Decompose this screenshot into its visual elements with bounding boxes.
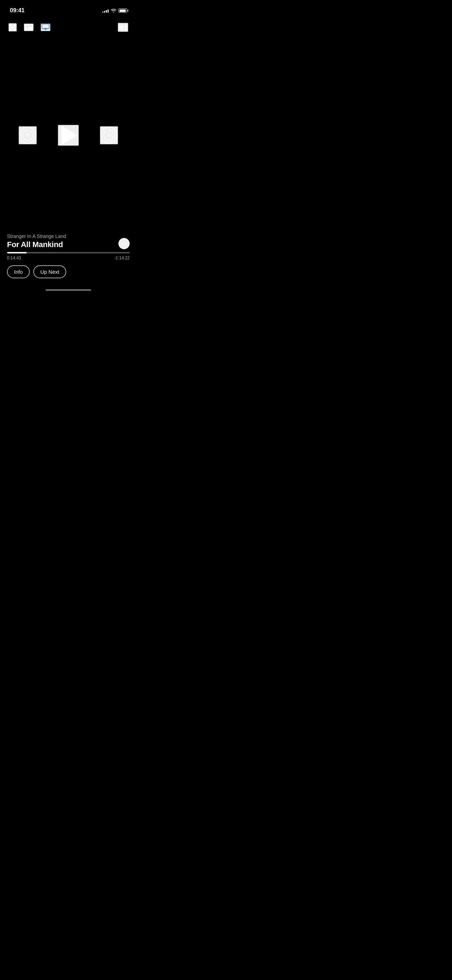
signal-bar-4 <box>108 10 108 13</box>
svg-text:10: 10 <box>107 133 111 137</box>
time-labels: 0:14:43 -1:14:22 <box>7 256 130 261</box>
svg-marker-9 <box>119 24 123 30</box>
pip-icon <box>24 24 33 31</box>
rewind-button[interactable]: 10 <box>19 126 37 145</box>
episode-subtitle: Stranger In A Strange Land <box>7 234 114 239</box>
playback-controls: 10 10 <box>19 125 118 146</box>
rewind-circle-icon: 10 <box>19 127 36 144</box>
progress-fill <box>7 252 27 253</box>
wifi-icon <box>111 8 116 13</box>
svg-rect-3 <box>29 27 32 29</box>
home-bar <box>46 289 91 291</box>
pip-button[interactable] <box>24 24 33 31</box>
video-player-screen: 09:41 <box>0 0 137 296</box>
episode-title: For All Mankind <box>7 240 114 249</box>
status-icons <box>102 8 128 13</box>
airplay-icon <box>41 23 50 32</box>
signal-bar-1 <box>102 11 103 13</box>
status-time: 09:41 <box>10 7 24 14</box>
rewind-arrow-icon: 10 <box>20 127 35 144</box>
remaining-time: -1:14:22 <box>114 256 130 261</box>
bottom-info: Stranger In A Strange Land For All Manki… <box>0 234 137 284</box>
battery-icon <box>118 8 128 13</box>
top-left-controls <box>8 23 51 32</box>
signal-bar-2 <box>104 11 105 13</box>
close-icon <box>9 24 16 31</box>
svg-text:10: 10 <box>25 133 30 137</box>
video-area[interactable]: 10 10 <box>0 37 137 234</box>
dot-2 <box>123 243 125 244</box>
close-button[interactable] <box>8 23 17 32</box>
up-next-button[interactable]: Up Next <box>33 265 66 278</box>
more-button[interactable] <box>118 238 130 249</box>
episode-info: Stranger In A Strange Land For All Manki… <box>7 234 130 249</box>
play-button[interactable] <box>58 125 79 146</box>
episode-text: Stranger In A Strange Land For All Manki… <box>7 234 114 249</box>
status-bar: 09:41 <box>0 0 137 18</box>
volume-button[interactable] <box>118 23 128 32</box>
forward-button[interactable]: 10 <box>100 126 118 145</box>
top-controls <box>0 18 137 37</box>
dot-3 <box>126 243 127 244</box>
play-icon <box>61 126 78 145</box>
signal-bar-3 <box>106 10 107 13</box>
progress-track[interactable] <box>7 252 130 253</box>
progress-container[interactable] <box>7 252 130 253</box>
current-time: 0:14:43 <box>7 256 21 261</box>
airplay-button[interactable] <box>41 24 51 31</box>
signal-bars-icon <box>102 8 108 13</box>
dot-1 <box>121 243 123 244</box>
forward-arrow-icon: 10 <box>101 127 117 144</box>
more-dots-icon <box>121 243 127 244</box>
volume-icon <box>118 24 127 31</box>
forward-circle-icon: 10 <box>100 127 118 144</box>
info-button[interactable]: Info <box>7 265 30 278</box>
home-indicator <box>0 284 137 296</box>
bottom-buttons: Info Up Next <box>7 265 130 278</box>
